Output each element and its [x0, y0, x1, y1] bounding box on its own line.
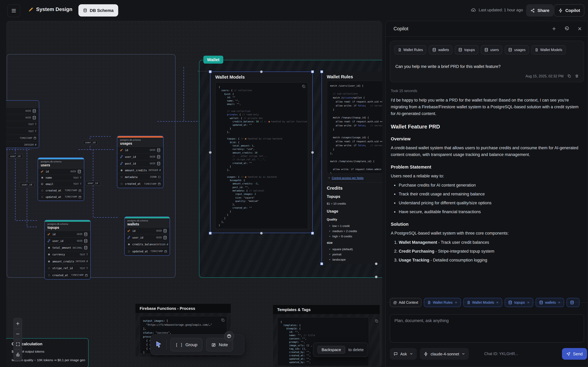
table-row[interactable]: stripe_ref_idTEXTT: [45, 265, 90, 272]
selection-handle[interactable]: [320, 262, 323, 265]
ask-mode-button[interactable]: Ask: [390, 348, 417, 360]
wallet-models-code[interactable]: { users: { // collection $uid: { id: "" …: [215, 82, 308, 229]
context-chip-usages[interactable]: usages: [505, 45, 529, 54]
table-row[interactable]: UUID: [6, 108, 39, 114]
edge-label[interactable]: user_id: [8, 154, 23, 158]
edge-label[interactable]: user_id: [20, 183, 34, 187]
table-row[interactable]: idUUID: [125, 227, 170, 234]
delete-message-icon[interactable]: [575, 74, 579, 78]
selection-handle[interactable]: [209, 232, 212, 234]
model-selector[interactable]: claude-4-sonnet: [420, 348, 469, 360]
context-chip-wallet-rules[interactable]: Wallet Rules: [394, 45, 426, 54]
table-partial[interactable]: UUIDUUIDTEXTTTEXTTTIMESTAMPINTEGER#: [6, 100, 39, 148]
copy-icon[interactable]: [374, 319, 379, 323]
copy-icon[interactable]: [302, 84, 306, 88]
table-row[interactable]: idUUID: [45, 231, 90, 238]
table-row[interactable]: TEXTT: [6, 121, 39, 128]
table-row[interactable]: created_atTIMESTAMP: [45, 272, 90, 279]
document-title: System Design: [28, 6, 72, 12]
wallet-rules-code[interactable]: match /users/{user_id} { // sub-collecti…: [327, 81, 382, 174]
context-chip-topups[interactable]: topups: [505, 298, 533, 307]
remove-chip-icon[interactable]: [454, 301, 457, 304]
table-row[interactable]: user_idUUID: [125, 234, 170, 241]
table-row[interactable]: created_atTIMESTAMP: [117, 180, 163, 187]
table-row[interactable]: emailTEXTT: [38, 181, 84, 187]
table-usages[interactable]: postgres.db.schemausagesidUUIDuser_idUUI…: [117, 136, 164, 188]
cal-type-icon: [78, 189, 81, 192]
table-row[interactable]: currencyTEXTT: [45, 251, 90, 258]
table-row[interactable]: idUUID: [117, 147, 163, 154]
table-row[interactable]: amount_creditsINTEGER#: [45, 258, 90, 265]
foreign-key-icon: [127, 236, 130, 239]
edge-label[interactable]: user_id: [86, 181, 100, 185]
table-row[interactable]: nameTEXTT: [38, 175, 84, 181]
add-context-button[interactable]: @Add Context: [390, 298, 422, 307]
diagram-canvas[interactable]: Wallet UUIDUUIDTEXTTTEXTTTIMESTAMPINTEGE…: [6, 21, 382, 367]
copy-icon[interactable]: [221, 318, 225, 322]
new-chat-button[interactable]: [551, 26, 557, 32]
table-row[interactable]: updated_atTIMESTAMP: [38, 194, 84, 200]
selection-handle[interactable]: [311, 151, 314, 154]
table-row[interactable]: total_amountDECIMAL: [45, 244, 90, 251]
edge-label[interactable]: user_id: [83, 140, 97, 145]
send-button[interactable]: Send: [562, 348, 587, 360]
zoom-fit-button[interactable]: [14, 339, 22, 349]
copy-message-icon[interactable]: [567, 74, 571, 78]
remove-chip-icon[interactable]: [558, 301, 561, 304]
selection-handle[interactable]: [320, 70, 323, 73]
group-tool-button[interactable]: [ ] Group: [170, 338, 203, 351]
table-topups[interactable]: postgres.db.schematopupsidUUIDuser_idUUI…: [44, 220, 91, 280]
close-panel-button[interactable]: [577, 26, 583, 32]
remove-chip-icon[interactable]: [496, 301, 499, 304]
table-row[interactable]: created_atTIMESTAMP: [38, 187, 84, 194]
share-button[interactable]: Share: [526, 4, 554, 17]
control-access-link[interactable]: Control access per fields: [332, 176, 363, 180]
zoom-in-button[interactable]: [14, 318, 22, 328]
context-chip-users[interactable]: users: [481, 45, 502, 54]
wallet-models-node[interactable]: Wallet Models { users: { // collection $…: [210, 72, 313, 233]
menu-button[interactable]: [7, 4, 20, 17]
context-chip-wallet-models[interactable]: Wallet Models: [463, 298, 502, 307]
context-chip-clipped[interactable]: [567, 298, 579, 307]
wallet-rules-node[interactable]: Wallet Rules match /users/{user_id} { //…: [321, 72, 382, 264]
wallet-group-label[interactable]: Wallet: [203, 56, 223, 64]
color-palette-button[interactable]: [224, 331, 234, 341]
selection-handle[interactable]: [375, 275, 378, 278]
cursor-tool-icon[interactable]: [155, 341, 163, 349]
context-chip-wallet-models[interactable]: Wallet Models: [531, 45, 566, 54]
remove-chip-icon[interactable]: [527, 301, 530, 304]
table-row[interactable]: credits_balanceINTEGER#: [125, 241, 170, 248]
selection-handle[interactable]: [260, 232, 263, 234]
selection-handle[interactable]: [260, 70, 263, 73]
selection-handle[interactable]: [375, 262, 378, 265]
selection-handle[interactable]: [311, 70, 314, 73]
context-chip-wallet-rules[interactable]: Wallet Rules: [424, 298, 461, 307]
table-row[interactable]: metadataJSONB{}: [117, 174, 163, 180]
lock-button[interactable]: [14, 350, 22, 360]
selection-handle[interactable]: [209, 70, 212, 73]
selection-handle[interactable]: [311, 232, 314, 234]
table-wallets[interactable]: postgres.db.schemawalletsidUUIDuser_idUU…: [124, 217, 170, 256]
templates-code[interactable]: { templates: { $tempId: { id: "", name: …: [277, 317, 369, 366]
selection-handle[interactable]: [209, 151, 212, 154]
copilot-button[interactable]: Copilot: [554, 4, 584, 17]
table-row[interactable]: user_idUUID: [117, 154, 163, 160]
zoom-out-button[interactable]: [14, 329, 22, 339]
chat-input[interactable]: [390, 314, 584, 342]
table-row[interactable]: TIMESTAMP: [6, 135, 39, 142]
history-button[interactable]: [564, 26, 570, 32]
table-row[interactable]: updated_atTIMESTAMP: [125, 248, 170, 255]
table-row[interactable]: post_idUUID: [117, 160, 163, 167]
table-users[interactable]: postgres.db.schemausersidUUIDnameTEXTTem…: [38, 158, 84, 201]
table-row[interactable]: amount_creditsINTEGER#: [117, 167, 163, 174]
table-row[interactable]: TEXTT: [6, 128, 39, 135]
table-row[interactable]: user_idUUID: [45, 238, 90, 245]
templates-tags-node[interactable]: Templates & Tags { templates: { $tempId:…: [273, 305, 380, 367]
context-chip-wallets[interactable]: wallets: [429, 45, 452, 54]
context-chip-wallets[interactable]: wallets: [536, 298, 564, 307]
context-chip-topups[interactable]: topups: [455, 45, 478, 54]
table-row[interactable]: UUID: [6, 114, 39, 121]
table-row[interactable]: idUUID: [38, 168, 84, 175]
tab-db-schema[interactable]: DB Schema: [78, 4, 118, 17]
table-row[interactable]: INTEGER#: [6, 142, 39, 148]
